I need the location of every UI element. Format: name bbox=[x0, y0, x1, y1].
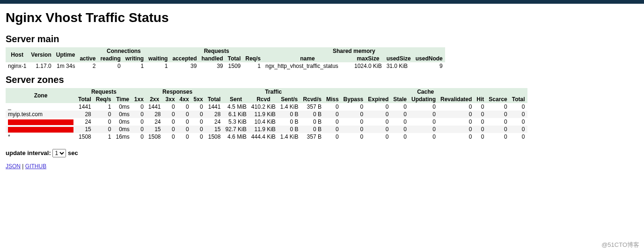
cell-r1: 0 bbox=[132, 133, 146, 141]
cell-stale: 0 bbox=[391, 103, 409, 111]
cell-expired: 0 bbox=[366, 103, 391, 111]
zcol-total: Total bbox=[76, 96, 94, 103]
zcol-sent: Sent bbox=[223, 96, 249, 103]
cell-bypass: 0 bbox=[341, 103, 366, 111]
cell-r3: 0 bbox=[163, 111, 177, 118]
zone-row: *1508116ms0150800015084.6 MiB444.4 KiB1.… bbox=[6, 133, 527, 141]
top-bar bbox=[0, 0, 644, 4]
cell-rcvds: 0 B bbox=[301, 118, 324, 126]
cell-scarce: 0 bbox=[486, 118, 509, 126]
zone-name bbox=[6, 126, 76, 133]
cell-reqs: 1 bbox=[94, 133, 114, 141]
zgroup-responses: Responses bbox=[132, 88, 223, 96]
cell-revalidated: 0 bbox=[438, 111, 474, 118]
cell-rcvd: 11.9 KiB bbox=[249, 111, 278, 118]
cell-r2: 15 bbox=[146, 126, 163, 133]
cell-r5: 0 bbox=[191, 103, 205, 111]
cell-r5: 0 bbox=[191, 111, 205, 118]
val-handled: 39 bbox=[199, 62, 225, 70]
redacted-bar bbox=[8, 127, 73, 133]
update-interval-row: update interval: 1 sec bbox=[6, 149, 638, 157]
col-accepted: accepted bbox=[170, 55, 199, 62]
cell-r3: 0 bbox=[163, 126, 177, 133]
cell-reqs: 0 bbox=[94, 126, 114, 133]
cell-scarce: 0 bbox=[486, 103, 509, 111]
cell-hit: 0 bbox=[474, 133, 486, 141]
cell-stale: 0 bbox=[391, 126, 409, 133]
cell-updating: 0 bbox=[409, 126, 438, 133]
cell-rcvds: 357 B bbox=[301, 103, 324, 111]
cell-revalidated: 0 bbox=[438, 126, 474, 133]
cell-rtotal: 1441 bbox=[205, 103, 223, 111]
zcol-time: Time bbox=[113, 96, 132, 103]
group-connections: Connections bbox=[77, 47, 170, 55]
cell-r4: 0 bbox=[177, 133, 191, 141]
footer-links: JSON | GITHUB bbox=[6, 163, 638, 170]
col-handled: handled bbox=[199, 55, 225, 62]
val-version: 1.17.0 bbox=[29, 62, 53, 70]
cell-rcvd: 444.4 KiB bbox=[249, 133, 278, 141]
val-writing: 1 bbox=[123, 62, 146, 70]
page-content: Nginx Vhost Traffic Status Server main H… bbox=[0, 4, 644, 173]
cell-stale: 0 bbox=[391, 111, 409, 118]
zcol-stale: Stale bbox=[391, 96, 409, 103]
cell-revalidated: 0 bbox=[438, 103, 474, 111]
val-host: nginx-1 bbox=[6, 62, 29, 70]
zcol-sents: Sent/s bbox=[278, 96, 301, 103]
col-waiting: waiting bbox=[146, 55, 170, 62]
cell-sents: 0 B bbox=[278, 111, 301, 118]
cell-scarce: 0 bbox=[486, 126, 509, 133]
cell-time: 0ms bbox=[113, 118, 132, 126]
cell-rcvd: 11.9 KiB bbox=[249, 126, 278, 133]
cell-r1: 0 bbox=[132, 103, 146, 111]
json-link[interactable]: JSON bbox=[6, 163, 21, 170]
col-active: active bbox=[77, 55, 98, 62]
cell-ctotal: 0 bbox=[510, 111, 527, 118]
cell-r2: 24 bbox=[146, 118, 163, 126]
col-reqs: Req/s bbox=[243, 55, 263, 62]
cell-bypass: 0 bbox=[341, 126, 366, 133]
cell-r5: 0 bbox=[191, 126, 205, 133]
cell-ctotal: 0 bbox=[510, 118, 527, 126]
cell-bypass: 0 bbox=[341, 118, 366, 126]
cell-r5: 0 bbox=[191, 133, 205, 141]
col-usedsize: usedSize bbox=[384, 55, 413, 62]
cell-total: 15 bbox=[76, 126, 94, 133]
cell-hit: 0 bbox=[474, 118, 486, 126]
cell-rcvd: 410.2 KiB bbox=[249, 103, 278, 111]
zgroup-traffic: Traffic bbox=[223, 88, 323, 96]
cell-r1: 0 bbox=[132, 118, 146, 126]
cell-reqs: 1 bbox=[94, 103, 114, 111]
cell-r4: 0 bbox=[177, 103, 191, 111]
cell-rtotal: 15 bbox=[205, 126, 223, 133]
cell-reqs: 0 bbox=[94, 111, 114, 118]
zcol-miss: Miss bbox=[324, 96, 341, 103]
cell-r5: 0 bbox=[191, 118, 205, 126]
section-server-zones: Server zones bbox=[6, 74, 638, 85]
cell-time: 0ms bbox=[113, 126, 132, 133]
zcol-rtotal: Total bbox=[205, 96, 223, 103]
zcol-2xx: 2xx bbox=[146, 96, 163, 103]
update-interval-select[interactable]: 1 bbox=[52, 149, 66, 157]
cell-scarce: 0 bbox=[486, 133, 509, 141]
col-usednode: usedNode bbox=[413, 55, 445, 62]
cell-sents: 0 B bbox=[278, 118, 301, 126]
cell-reqs: 0 bbox=[94, 118, 114, 126]
zcol-expired: Expired bbox=[366, 96, 391, 103]
cell-updating: 0 bbox=[409, 111, 438, 118]
cell-rtotal: 28 bbox=[205, 111, 223, 118]
zcol-bypass: Bypass bbox=[341, 96, 366, 103]
cell-sent: 5.3 KiB bbox=[223, 118, 249, 126]
zcol-3xx: 3xx bbox=[163, 96, 177, 103]
cell-rtotal: 24 bbox=[205, 118, 223, 126]
val-maxsize: 1024.0 KiB bbox=[352, 62, 384, 70]
github-link[interactable]: GITHUB bbox=[25, 163, 46, 170]
zcol-ctotal: Total bbox=[510, 96, 527, 103]
cell-bypass: 0 bbox=[341, 133, 366, 141]
cell-stale: 0 bbox=[391, 118, 409, 126]
col-version: Version bbox=[29, 47, 53, 62]
cell-revalidated: 0 bbox=[438, 133, 474, 141]
group-requests: Requests bbox=[170, 47, 263, 55]
cell-expired: 0 bbox=[366, 133, 391, 141]
zone-row: 2400ms024000245.3 KiB10.4 KiB0 B0 B00000… bbox=[6, 118, 527, 126]
